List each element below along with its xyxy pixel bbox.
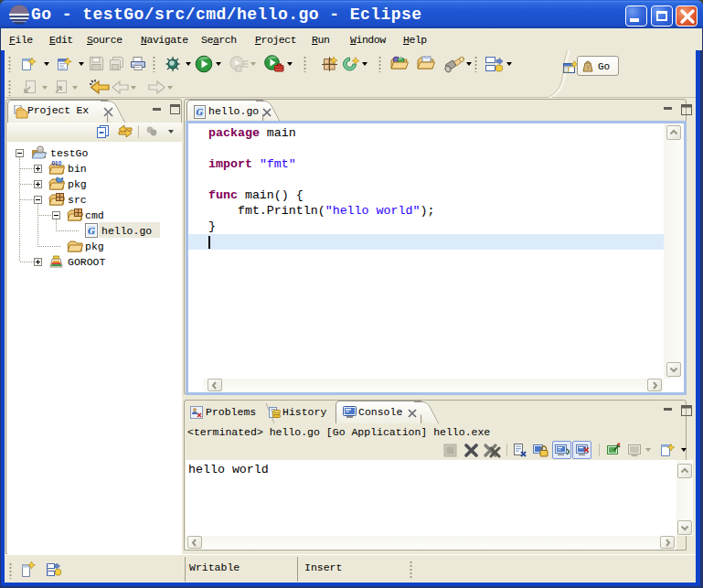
svg-text:010: 010 (52, 161, 62, 166)
svg-text:G: G (197, 107, 204, 117)
svg-text:G: G (88, 225, 95, 236)
